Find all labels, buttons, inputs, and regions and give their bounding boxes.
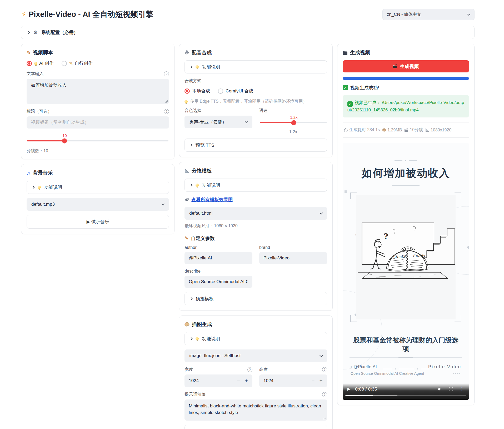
app-title: Pixelle-Video - AI 全自动短视频引擎 — [29, 9, 153, 20]
tts-help-accordion[interactable]: 功能说明 — [184, 60, 327, 73]
panel-background-music: ♫ 背景音乐 功能说明 default.mp3 ▶ 试听音乐 — [21, 164, 174, 234]
radio-local-tts[interactable]: 本地合成 — [184, 88, 210, 94]
width-minus-button[interactable]: − — [234, 376, 242, 385]
storyboard-slider[interactable]: 10 — [27, 140, 168, 141]
stat-filesize: 1.29MB — [387, 128, 402, 132]
radio-comfyui-tts[interactable]: ComfyUI 合成 — [218, 88, 253, 94]
style-preview-accordion[interactable]: 预览风格 — [184, 425, 327, 429]
tts-help-label: 功能说明 — [202, 64, 220, 70]
template-gallery-link[interactable]: 查看所有模板效果图 — [191, 196, 233, 203]
progress-bar — [343, 77, 469, 80]
footer-tagline: Open Source Omnimodal AI Creative Agent — [351, 371, 424, 376]
video-time: 0:08 / 0:35 — [355, 387, 377, 392]
video-title-input[interactable] — [27, 116, 169, 129]
author-label: author — [184, 245, 196, 250]
music-help-label: 功能说明 — [44, 184, 62, 190]
fullscreen-icon[interactable] — [449, 387, 453, 391]
describe-input[interactable] — [184, 276, 252, 288]
timer-icon — [344, 128, 348, 132]
footer-brand: Pixelle-Video — [428, 364, 461, 369]
slider-track[interactable] — [27, 140, 168, 141]
svg-text:?: ? — [383, 232, 388, 241]
check-icon: ✓ — [347, 101, 353, 107]
chevron-down-icon — [161, 202, 165, 206]
script-text-input[interactable]: 如何增加被动收入 — [27, 79, 169, 104]
volume-icon[interactable] — [437, 387, 442, 391]
slider-track[interactable] — [260, 122, 327, 123]
voice-dropdown[interactable]: 男声-专业（云健） — [184, 116, 252, 128]
music-file-dropdown[interactable]: default.mp3 — [27, 198, 169, 211]
illustration-zone: ? Stocks Funds — [350, 193, 462, 322]
tts-preview-label: 预览 TTS — [196, 142, 214, 148]
height-stepper: 1024 − + — [259, 374, 327, 387]
divider — [343, 122, 469, 122]
custom-params-title: 自定义参数 — [191, 235, 214, 241]
prompt-prefix-input[interactable]: Minimalist black-and-white matchstick fi… — [184, 400, 327, 421]
music-file-value: default.mp3 — [31, 202, 55, 207]
generate-video-button[interactable]: 生成视频 — [343, 60, 469, 72]
kebab-menu-icon[interactable]: ⋮ — [460, 387, 464, 391]
bulb-icon — [38, 186, 41, 189]
resize-handle[interactable] — [165, 100, 168, 103]
chevron-right-icon — [190, 297, 193, 300]
generate-button-label: 生成视频 — [400, 63, 419, 70]
brand-input[interactable] — [259, 252, 327, 264]
language-select[interactable]: zh_CN - 简体中文 — [382, 9, 475, 20]
generation-stats: 生成耗时 234.1s 1.29MB 10分镜 1080x1920 — [343, 127, 469, 133]
voice-label: 音色选择 — [184, 108, 201, 114]
triangle-ruler-icon — [184, 169, 189, 173]
stat-dimensions: 1080x1920 — [431, 128, 451, 132]
stat-shots: 10分镜 — [410, 127, 423, 133]
music-preview-label: 试听音乐 — [91, 219, 109, 224]
resize-handle[interactable] — [323, 417, 326, 419]
height-minus-button[interactable]: − — [309, 376, 317, 385]
memo-icon: ✎ — [27, 50, 31, 56]
book-right-label: Funds — [412, 253, 425, 258]
check-icon: ✓ — [343, 85, 348, 90]
radio-unselected-icon — [62, 61, 67, 66]
storyboard-count: 分镜数：10 — [27, 148, 169, 154]
music-panel-title: 背景音乐 — [33, 170, 53, 176]
text-input-label: 文本输入 — [27, 71, 43, 77]
decor-square — [345, 190, 347, 193]
workflow-dropdown[interactable]: image_flux.json - Selfhost — [184, 349, 327, 362]
footer-author: @Pixelle.AI — [354, 364, 377, 369]
panel-illustration: 插图生成 功能说明 image_flux.json - Selfhost 宽度 … — [179, 315, 332, 429]
speed-slider[interactable]: 1.2x — [260, 122, 327, 123]
tts-preview-accordion[interactable]: 预览 TTS — [184, 139, 327, 152]
slider-thumb[interactable] — [62, 138, 67, 143]
system-config-accordion[interactable]: ⚙ 系统配置（必需） — [21, 26, 475, 39]
chevron-right-icon — [190, 144, 193, 146]
width-plus-button[interactable]: + — [242, 376, 250, 385]
slider-thumb[interactable] — [291, 120, 296, 125]
radio-ai-create[interactable]: AI 创作 — [27, 60, 54, 66]
music-note-icon: ♫ — [27, 170, 30, 176]
music-help-accordion[interactable]: 功能说明 — [27, 181, 169, 194]
height-value[interactable]: 1024 — [263, 378, 309, 383]
progress-buffered — [373, 395, 397, 396]
clapperboard-icon — [343, 51, 348, 55]
play-button[interactable]: ▶ — [347, 387, 351, 391]
height-plus-button[interactable]: + — [317, 376, 325, 385]
triangle-ruler-icon — [425, 128, 429, 132]
bulb-icon — [196, 184, 199, 187]
help-icon: ? — [164, 109, 169, 114]
system-config-label: 系统配置（必需） — [41, 29, 78, 36]
chevron-down-icon — [467, 12, 471, 16]
width-value[interactable]: 1024 — [189, 378, 234, 383]
help-icon: ? — [247, 367, 252, 372]
template-dropdown[interactable]: default.html — [184, 207, 327, 220]
author-input[interactable] — [184, 252, 252, 264]
title-input-label: 标题（可选） — [27, 109, 52, 114]
illustration-help-accordion[interactable]: 功能说明 — [184, 332, 327, 345]
speed-label: 语速 — [259, 108, 268, 114]
footer-divider — [350, 357, 462, 358]
template-preview-accordion[interactable]: 预览模板 — [184, 292, 327, 305]
video-player[interactable]: “ ” 如何增加被动收入 — [343, 143, 469, 400]
generate-panel-title: 生成视频 — [350, 49, 370, 56]
music-preview-button[interactable]: ▶ 试听音乐 — [27, 215, 169, 229]
radio-self-create[interactable]: ✎ 自行创作 — [62, 60, 93, 66]
template-help-accordion[interactable]: 功能说明 — [184, 179, 327, 192]
radio-unselected-icon — [218, 88, 223, 94]
video-progress-bar[interactable] — [345, 395, 466, 396]
